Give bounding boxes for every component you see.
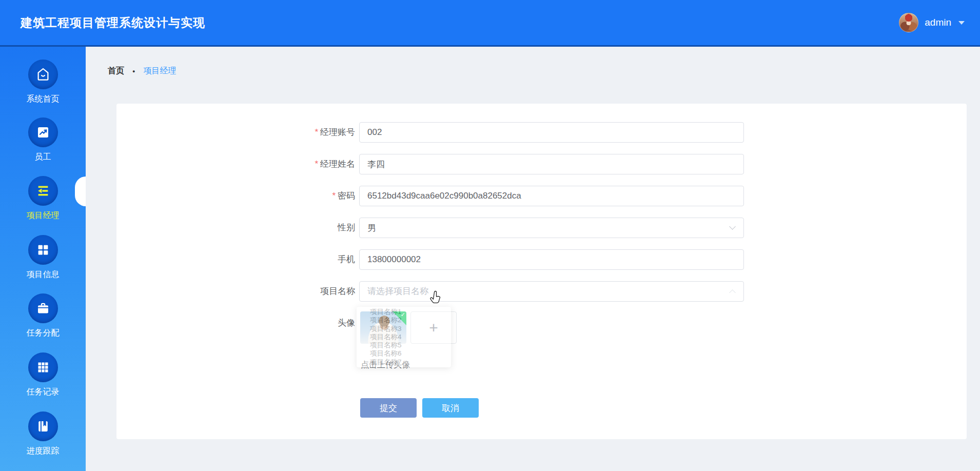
- sidebar-nav: 系统首页 员工 项目经理 项目信息 任务分配 任务记: [0, 47, 86, 471]
- sidebar-item-label: 项目经理: [27, 210, 60, 221]
- breadcrumb: 首页 ● 项目经理: [108, 66, 176, 76]
- project-name-select[interactable]: [359, 281, 744, 302]
- breadcrumb-separator-icon: ●: [132, 69, 135, 74]
- dropdown-option[interactable]: 项目名称1: [357, 308, 451, 316]
- field-label-avatar: 头像: [116, 311, 355, 335]
- grid-3x3-icon: [28, 352, 58, 382]
- home-icon: [28, 60, 58, 89]
- user-menu[interactable]: admin: [899, 13, 965, 32]
- user-avatar[interactable]: [899, 13, 918, 32]
- form-row-password: *密码: [116, 186, 967, 206]
- form-row-name: *经理姓名: [116, 154, 967, 174]
- sidebar-item-label: 系统首页: [27, 94, 60, 105]
- sidebar-item-staff[interactable]: 员工: [0, 117, 86, 163]
- cancel-button[interactable]: 取消: [422, 398, 479, 418]
- password-input[interactable]: [359, 186, 744, 206]
- sidebar-item-progress[interactable]: 进度跟踪: [0, 411, 86, 457]
- required-asterisk: *: [332, 191, 336, 201]
- phone-input[interactable]: [359, 249, 744, 270]
- dropdown-option[interactable]: 项目名称3: [357, 325, 451, 333]
- dropdown-option[interactable]: 项目名称4: [357, 333, 451, 341]
- submit-button[interactable]: 提交: [360, 398, 417, 418]
- book-icon: [28, 411, 58, 441]
- required-asterisk: *: [315, 159, 318, 169]
- grid-2x2-icon: [28, 235, 58, 265]
- field-label-account: 经理账号: [320, 127, 355, 137]
- field-label-password: 密码: [338, 191, 355, 201]
- breadcrumb-current[interactable]: 项目经理: [143, 66, 176, 76]
- form-row-gender: 性别: [116, 218, 967, 238]
- sidebar-item-label: 任务分配: [27, 328, 60, 339]
- briefcase-icon: [28, 293, 58, 323]
- dropdown-option[interactable]: 项目名称5: [357, 341, 451, 349]
- app-header: 建筑工程项目管理系统设计与实现 admin: [0, 0, 980, 47]
- form-row-phone: 手机: [116, 249, 967, 270]
- list-arrow-icon: [28, 176, 58, 206]
- app-title: 建筑工程项目管理系统设计与实现: [21, 15, 205, 31]
- gender-select[interactable]: [359, 218, 744, 238]
- sidebar-item-project-manager[interactable]: 项目经理: [0, 176, 86, 221]
- project-options-dropdown: 项目名称1 项目名称2 项目名称3 项目名称4 项目名称5 项目名称6 项目名称…: [357, 307, 451, 367]
- manager-name-input[interactable]: [359, 154, 744, 174]
- breadcrumb-home[interactable]: 首页: [108, 66, 124, 76]
- sidebar-item-home[interactable]: 系统首页: [0, 60, 86, 105]
- form-row-project: 项目名称: [116, 281, 967, 302]
- form-row-account: *经理账号: [116, 122, 967, 143]
- field-label-project: 项目名称: [320, 286, 355, 296]
- user-name: admin: [925, 17, 951, 28]
- manager-account-input[interactable]: [359, 122, 744, 143]
- sidebar-item-label: 进度跟踪: [27, 446, 60, 457]
- field-label-gender: 性别: [338, 223, 355, 232]
- dropdown-option[interactable]: 项目名称7: [357, 358, 451, 366]
- sidebar-item-task-assign[interactable]: 任务分配: [0, 293, 86, 339]
- dropdown-option[interactable]: 项目名称2: [357, 316, 451, 324]
- field-label-phone: 手机: [338, 254, 355, 264]
- dropdown-option[interactable]: 项目名称6: [357, 349, 451, 358]
- caret-down-icon: [958, 21, 965, 25]
- active-item-notch: [75, 176, 86, 206]
- sidebar-item-label: 任务记录: [27, 387, 60, 398]
- sidebar-item-project-info[interactable]: 项目信息: [0, 235, 86, 280]
- line-chart-icon: [28, 117, 58, 147]
- sidebar-item-label: 项目信息: [27, 269, 60, 280]
- sidebar-item-task-record[interactable]: 任务记录: [0, 352, 86, 398]
- field-label-name: 经理姓名: [320, 159, 355, 169]
- sidebar-item-label: 员工: [35, 152, 51, 163]
- form-card: *经理账号 *经理姓名 *密码 性别 手机 项目名称 头像 ✓ + 点击上传头像…: [116, 104, 967, 439]
- required-asterisk: *: [315, 127, 318, 137]
